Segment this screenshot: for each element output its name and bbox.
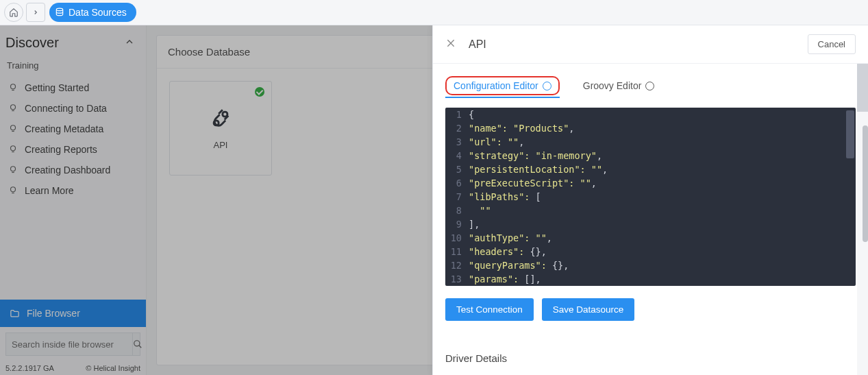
database-icon <box>55 8 64 17</box>
breadcrumb-forward-button[interactable] <box>26 3 45 22</box>
datasource-editor-drawer: API Cancel Configuration Editor Groovy E… <box>432 25 868 375</box>
editor-tab-label: Groovy Editor <box>583 80 642 91</box>
breadcrumb-chip-label: Data Sources <box>69 7 127 18</box>
tab-configuration-editor[interactable]: Configuration Editor <box>445 76 560 95</box>
tab-groovy-editor[interactable]: Groovy Editor <box>580 76 658 95</box>
drawer-scrollbar-thumb[interactable] <box>857 64 868 112</box>
save-datasource-button[interactable]: Save Datasource <box>542 298 635 321</box>
code-scrollbar-thumb[interactable] <box>846 110 854 158</box>
drawer-title: API <box>469 38 486 51</box>
svg-point-0 <box>56 8 62 10</box>
home-button[interactable] <box>4 3 23 22</box>
close-icon <box>445 38 456 49</box>
driver-details-heading: Driver Details <box>445 352 856 364</box>
test-connection-button[interactable]: Test Connection <box>445 298 534 321</box>
code-editor[interactable]: 1{2"name": "Products",3"url": "",4"strat… <box>445 108 856 286</box>
cancel-button[interactable]: Cancel <box>808 34 856 54</box>
help-icon <box>543 82 551 90</box>
page-scrollbar-thumb[interactable] <box>863 125 868 242</box>
close-button[interactable] <box>445 38 456 51</box>
breadcrumb-chip[interactable]: Data Sources <box>49 3 136 22</box>
editor-tab-label: Configuration Editor <box>454 80 538 91</box>
topbar: Data Sources <box>0 0 868 25</box>
help-icon <box>645 82 654 90</box>
